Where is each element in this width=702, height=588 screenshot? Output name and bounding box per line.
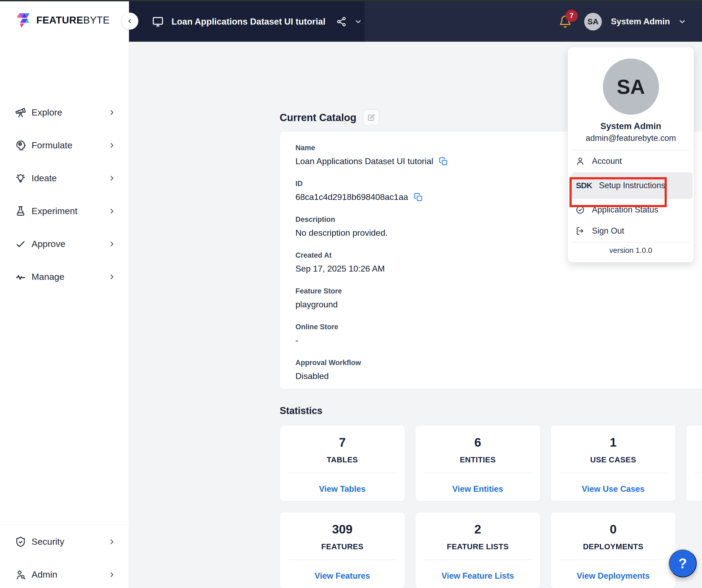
field-value: No description provided.: [296, 228, 387, 238]
user-email: admin@featurebyte.com: [568, 133, 694, 143]
sidebar-collapse-button[interactable]: [121, 13, 138, 30]
field-label: Online Store: [296, 323, 702, 331]
stat-label: USE CASES: [590, 456, 636, 464]
menu-item-account[interactable]: Account: [568, 150, 694, 172]
sidebar-item-experiment[interactable]: Experiment: [0, 195, 129, 227]
field-value: Disabled: [296, 371, 329, 381]
sidebar-item-approve[interactable]: Approve: [0, 227, 129, 260]
chevron-right-icon: [108, 141, 116, 150]
copy-icon[interactable]: [414, 192, 423, 202]
logo-light: BYTE: [83, 15, 110, 26]
stat-card-tables: 7 TABLES View Tables: [280, 425, 405, 501]
menu-item-sign-out[interactable]: Sign Out: [568, 221, 694, 241]
lightbulb-icon: [15, 173, 26, 184]
view-feature-lists-link[interactable]: View Feature Lists: [442, 571, 514, 581]
chevron-right-icon: [108, 207, 116, 215]
menu-item-application-status[interactable]: Application Status: [568, 199, 694, 221]
sidebar-nav: Explore Formulate Ideate Experiment: [0, 96, 129, 293]
view-deployments-link[interactable]: View Deployments: [577, 571, 650, 581]
copy-icon[interactable]: [439, 157, 448, 166]
question-mark-icon: ?: [679, 556, 687, 571]
divider: [288, 560, 396, 560]
chevron-right-icon: [108, 240, 116, 248]
field-feature-store: Feature Store playground: [296, 287, 702, 309]
view-features-link[interactable]: View Features: [315, 571, 370, 581]
chevron-right-icon: [108, 174, 116, 182]
stat-card-features: 309 FEATURES View Features: [280, 512, 405, 588]
top-edge-strip: [0, 0, 702, 1]
sidebar-item-explore[interactable]: Explore: [0, 96, 129, 129]
chevron-right-icon: [108, 108, 116, 116]
stat-card-deployments: 0 DEPLOYMENTS View Deployments: [551, 512, 676, 588]
stat-card-ideated-features: 3,112 IDEATED FEATURES View Ideated Feat…: [686, 425, 702, 501]
stat-label: ENTITIES: [460, 456, 496, 464]
user-name: System Admin: [568, 121, 694, 131]
sidebar-item-label: Formulate: [31, 140, 73, 151]
sidebar: FEATUREBYTE Explore Formulate Ideate: [0, 1, 129, 588]
featurebyte-logo-icon: [15, 12, 32, 29]
chevron-left-icon: [126, 17, 134, 25]
notifications-button[interactable]: 7: [559, 14, 572, 29]
featurebyte-logo: FEATUREBYTE: [15, 12, 110, 29]
field-label: Approval Workflow: [296, 359, 702, 367]
sidebar-item-ideate[interactable]: Ideate: [0, 162, 129, 195]
user-menu-button[interactable]: System Admin: [611, 17, 670, 26]
menu-item-label: Account: [592, 156, 622, 166]
view-use-cases-link[interactable]: View Use Cases: [582, 484, 645, 494]
stat-label: FEATURE LISTS: [447, 542, 509, 551]
edit-catalog-button[interactable]: [363, 109, 379, 126]
user-dropdown-menu: SA System Admin admin@featurebyte.com Ac…: [568, 47, 694, 263]
notification-badge: 7: [566, 10, 578, 22]
version-text: version 1.0.0: [568, 246, 694, 255]
stat-label: TABLES: [327, 456, 358, 464]
chevron-right-icon: [108, 538, 116, 546]
stat-label: FEATURES: [321, 542, 363, 551]
sidebar-item-formulate[interactable]: Formulate: [0, 129, 129, 162]
stat-card-entities: 6 ENTITIES View Entities: [415, 425, 541, 501]
sidebar-item-label: Ideate: [31, 173, 57, 183]
stat-label: DEPLOYMENTS: [583, 542, 643, 551]
divider: [559, 560, 667, 560]
circle-check-icon: [575, 205, 585, 215]
menu-item-sdk-setup-instructions[interactable]: SDK Setup Instructions: [572, 172, 693, 199]
sidebar-item-security[interactable]: Security: [0, 525, 129, 558]
avatar[interactable]: SA: [584, 13, 602, 30]
stat-card-use-cases: 1 USE CASES View Use Cases: [551, 425, 676, 501]
catalog-switch-chevron-icon[interactable]: [354, 18, 362, 26]
logo-bold: FEATURE: [36, 15, 83, 26]
help-button[interactable]: ?: [669, 550, 697, 577]
user-menu-chevron-icon[interactable]: [678, 17, 687, 26]
sidebar-item-label: Security: [31, 536, 65, 547]
topbar-catalog-section: Loan Applications Dataset UI tutorial: [129, 1, 365, 42]
field-value: 68ca1c4d2918b698408ac1aa: [296, 192, 408, 202]
user-search-icon: [15, 569, 26, 580]
sidebar-item-label: Approve: [31, 239, 66, 249]
sidebar-item-label: Manage: [31, 272, 65, 282]
sidebar-item-label: Explore: [31, 107, 62, 118]
field-label: Feature Store: [296, 287, 702, 295]
sidebar-item-manage[interactable]: Manage: [0, 260, 129, 293]
view-entities-link[interactable]: View Entities: [452, 484, 503, 494]
stat-value: 1: [610, 435, 617, 450]
sidebar-item-label: Admin: [31, 569, 57, 580]
view-tables-link[interactable]: View Tables: [319, 484, 366, 494]
page-title: Current Catalog: [280, 112, 356, 123]
divider: [424, 560, 532, 560]
stat-value: 309: [332, 522, 353, 536]
sidebar-bottom-nav: Security Admin: [0, 524, 129, 588]
topbar: Loan Applications Dataset UI tutorial 7 …: [129, 1, 702, 42]
avatar: SA: [603, 59, 659, 115]
field-value: Sep 17, 2025 10:26 AM: [296, 264, 385, 274]
activity-icon: [15, 271, 26, 283]
edit-pencil-icon: [367, 114, 375, 122]
share-icon[interactable]: [336, 16, 347, 27]
statistics-grid: 7 TABLES View Tables 6 ENTITIES View Ent…: [280, 425, 702, 588]
featurebyte-logo-text: FEATUREBYTE: [36, 15, 110, 26]
check-icon: [15, 238, 26, 250]
sidebar-item-admin[interactable]: Admin: [0, 558, 129, 588]
stat-value: 0: [610, 522, 617, 536]
stat-card-feature-lists: 2 FEATURE LISTS View Feature Lists: [415, 512, 541, 588]
sidebar-item-label: Experiment: [31, 206, 78, 216]
divider: [572, 242, 690, 242]
field-online-store: Online Store -: [296, 323, 702, 345]
